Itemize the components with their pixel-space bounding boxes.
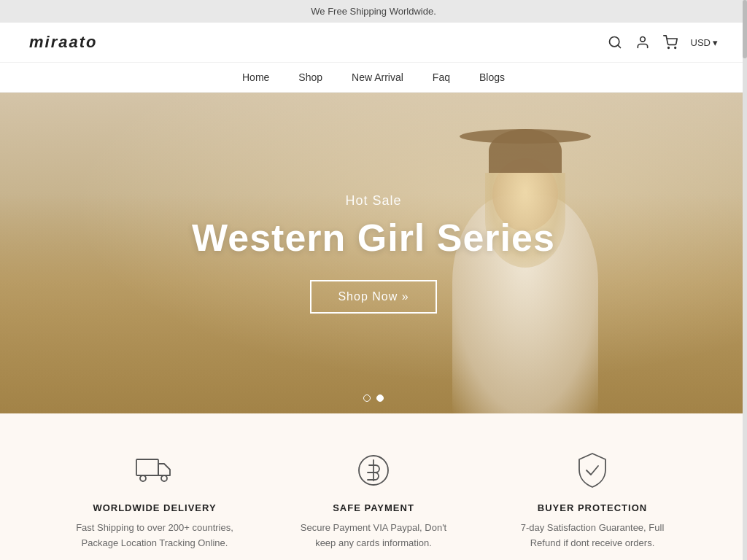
header: miraato USD ▾ bbox=[0, 23, 747, 63]
currency-label: USD bbox=[691, 37, 711, 48]
nav-item-home[interactable]: Home bbox=[242, 71, 269, 83]
feature-safe-payment: SAFE PAYMENT Secure Payment VIA Paypal, … bbox=[293, 450, 454, 551]
banner-text: We Free Shipping Worldwide. bbox=[311, 6, 436, 17]
feature-buyer-protection: BUYER PROTECTION 7-day Satisfaction Guar… bbox=[512, 450, 673, 551]
features-section: WORLDWIDE DELIVERY Fast Shipping to over… bbox=[0, 413, 747, 560]
feature-protection-desc: 7-day Satisfaction Guarantee, Full Refun… bbox=[512, 521, 673, 551]
truck-icon bbox=[134, 450, 175, 491]
svg-point-4 bbox=[674, 47, 676, 49]
svg-point-7 bbox=[161, 475, 167, 481]
svg-point-6 bbox=[140, 475, 146, 481]
feature-worldwide-title: WORLDWIDE DELIVERY bbox=[93, 502, 216, 513]
feature-worldwide-desc: Fast Shipping to over 200+ countries, Pa… bbox=[74, 521, 235, 551]
svg-rect-5 bbox=[136, 459, 158, 475]
nav-item-shop[interactable]: Shop bbox=[298, 71, 322, 83]
feature-protection-title: BUYER PROTECTION bbox=[538, 502, 647, 513]
shield-check-icon bbox=[572, 450, 613, 491]
hero-content: Hot Sale Western Girl Series Shop Now » bbox=[192, 193, 555, 314]
feature-payment-desc: Secure Payment VIA Paypal, Don't keep an… bbox=[293, 521, 454, 551]
feature-worldwide-delivery: WORLDWIDE DELIVERY Fast Shipping to over… bbox=[74, 450, 235, 551]
scrollbar-thumb[interactable] bbox=[743, 0, 747, 58]
slider-dots bbox=[363, 394, 384, 402]
svg-point-3 bbox=[667, 47, 669, 49]
nav-item-new-arrival[interactable]: New Arrival bbox=[352, 71, 403, 83]
nav-item-faq[interactable]: Faq bbox=[433, 71, 450, 83]
search-icon[interactable] bbox=[608, 35, 622, 50]
currency-selector[interactable]: USD ▾ bbox=[691, 37, 718, 48]
slider-dot-1[interactable] bbox=[363, 394, 371, 402]
hero-title: Western Girl Series bbox=[192, 216, 555, 260]
user-icon[interactable] bbox=[635, 35, 650, 50]
dollar-circle-icon bbox=[353, 450, 394, 491]
logo: miraato bbox=[29, 33, 97, 52]
svg-line-1 bbox=[617, 45, 620, 48]
scrollbar[interactable] bbox=[743, 0, 747, 560]
top-banner: We Free Shipping Worldwide. bbox=[0, 0, 747, 23]
cart-icon[interactable] bbox=[663, 35, 678, 50]
svg-point-2 bbox=[640, 37, 645, 42]
hero-subtitle: Hot Sale bbox=[192, 193, 555, 209]
shop-now-button[interactable]: Shop Now » bbox=[310, 280, 436, 314]
nav-item-blogs[interactable]: Blogs bbox=[479, 71, 505, 83]
feature-payment-title: SAFE PAYMENT bbox=[333, 502, 414, 513]
currency-arrow-icon: ▾ bbox=[713, 37, 718, 48]
header-icons: USD ▾ bbox=[608, 35, 718, 50]
navigation: Home Shop New Arrival Faq Blogs bbox=[0, 63, 747, 93]
hero-section: Hot Sale Western Girl Series Shop Now » bbox=[0, 93, 747, 413]
slider-dot-2[interactable] bbox=[376, 394, 384, 402]
